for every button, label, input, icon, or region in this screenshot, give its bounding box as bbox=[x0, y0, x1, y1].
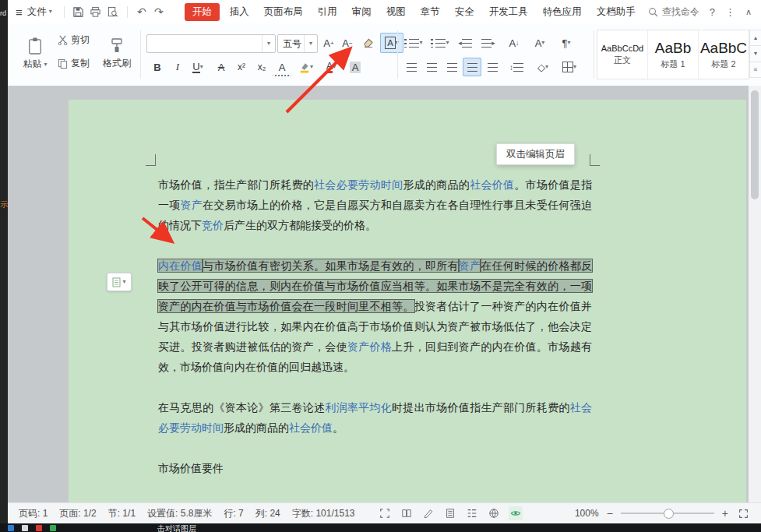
help-button[interactable]: ? bbox=[710, 6, 715, 18]
tab-home[interactable]: 开始 bbox=[185, 3, 220, 21]
justify-button[interactable] bbox=[463, 58, 481, 76]
status-word-count[interactable]: 字数: 101/1513 bbox=[292, 507, 355, 520]
subscript-button[interactable]: x₂ bbox=[252, 58, 271, 76]
phonetic-guide-button[interactable]: A bbox=[273, 59, 291, 76]
file-menu[interactable]: 文件 ▾ bbox=[27, 5, 52, 19]
vertical-scrollbar[interactable] bbox=[749, 86, 761, 502]
doc-link[interactable]: 资产 bbox=[181, 199, 203, 211]
tab-view[interactable]: 视图 bbox=[382, 3, 410, 21]
tab-section[interactable]: 章节 bbox=[416, 3, 445, 21]
redo-button[interactable]: ↷ bbox=[150, 5, 167, 18]
text-tool-button[interactable]: A ▾ bbox=[528, 33, 551, 52]
app-menu-icon[interactable]: ≡ bbox=[16, 5, 23, 19]
underline-button[interactable]: U ▾ bbox=[188, 58, 207, 76]
font-size-combo[interactable]: 五号 ▾ bbox=[277, 34, 318, 53]
doc-text-block[interactable]: 市场价值，指生产部门所耗费的社会必要劳动时间形成的商品的社会价值。市场价值是指一… bbox=[158, 174, 592, 502]
style-heading-2[interactable]: AaBbC 标题 2 bbox=[699, 30, 749, 79]
fit-page-button[interactable] bbox=[736, 506, 750, 520]
zoom-level[interactable]: 100% bbox=[575, 508, 599, 519]
tab-page-layout[interactable]: 页面布局 bbox=[259, 3, 308, 21]
zoom-out-button[interactable]: − bbox=[607, 507, 613, 520]
doc-link[interactable]: 利润率平均化 bbox=[325, 401, 392, 414]
align-left-button[interactable] bbox=[402, 58, 421, 76]
paste-options-floatie[interactable]: ▾ bbox=[107, 273, 132, 291]
line-spacing-button[interactable]: ↕ bbox=[505, 58, 528, 76]
italic-button[interactable]: I bbox=[168, 58, 187, 76]
scrollbar-thumb[interactable] bbox=[751, 90, 759, 199]
zoom-slider[interactable] bbox=[621, 513, 714, 514]
doc-link[interactable]: 社会价值 bbox=[470, 178, 514, 191]
zoom-slider-thumb[interactable] bbox=[664, 509, 674, 519]
doc-link[interactable]: 社会必要劳动时间 bbox=[314, 178, 403, 191]
menubar-right: 查找命令 ? ⋮ ∧ bbox=[648, 5, 761, 19]
doc-text: 。 bbox=[333, 421, 344, 434]
find-command-button[interactable]: 查找命令 bbox=[648, 5, 699, 19]
tab-references[interactable]: 引用 bbox=[313, 3, 342, 21]
page-view-button[interactable] bbox=[443, 506, 457, 520]
align-right-button[interactable] bbox=[442, 58, 461, 76]
shrink-font-button[interactable]: A− bbox=[338, 33, 357, 52]
tab-security[interactable]: 安全 bbox=[450, 3, 479, 21]
numbered-list-button[interactable]: ▾ bbox=[428, 33, 452, 52]
bullet-list-button[interactable]: ▾ bbox=[402, 33, 425, 52]
superscript-button[interactable]: x² bbox=[232, 58, 251, 76]
cut-button[interactable]: 剪切 bbox=[58, 33, 90, 47]
doc-link[interactable]: 竞价 bbox=[202, 219, 224, 231]
gallery-scroll-up-button[interactable]: ▴ bbox=[749, 30, 761, 46]
shading-button[interactable]: ◇ ▾ bbox=[531, 58, 555, 76]
paragraph[interactable]: 市场价值，指生产部门所耗费的社会必要劳动时间形成的商品的社会价值。市场价值是指一… bbox=[158, 174, 592, 235]
print-button[interactable] bbox=[87, 4, 104, 19]
font-color-button[interactable]: A ▾ bbox=[319, 58, 343, 76]
edit-header-tooltip[interactable]: 双击编辑页眉 bbox=[496, 143, 575, 165]
read-layout-button[interactable] bbox=[400, 506, 414, 520]
highlight-color-button[interactable]: ▾ bbox=[294, 58, 318, 76]
font-name-combo[interactable]: ▾ bbox=[146, 34, 276, 53]
doc-link[interactable]: 资产 bbox=[459, 259, 481, 272]
borders-button[interactable]: ▾ bbox=[558, 58, 581, 76]
paragraph[interactable]: 在马克思的《资本论》第三卷论述利润率平均化时提出市场价值指生产部门所耗费的社会必… bbox=[158, 397, 592, 438]
zoom-in-button[interactable]: + bbox=[722, 507, 728, 520]
eye-protection-button[interactable] bbox=[509, 506, 523, 520]
fullscreen-view-button[interactable] bbox=[378, 506, 392, 520]
more-menu-icon[interactable]: ⋮ bbox=[725, 6, 735, 18]
character-border-button[interactable]: A ▾ bbox=[380, 33, 403, 53]
paragraph[interactable]: 内在价值与市场价值有密切关系。如果市场是有效的，即所有资产在任何时候的价格都反映… bbox=[158, 255, 592, 377]
strikethrough-button[interactable]: A bbox=[212, 58, 231, 76]
distribute-button[interactable] bbox=[483, 58, 502, 76]
tab-dev-tools[interactable]: 开发工具 bbox=[484, 3, 533, 21]
tab-review[interactable]: 审阅 bbox=[347, 3, 376, 21]
style-sample: AaBbCcDd bbox=[601, 44, 643, 53]
save-button[interactable] bbox=[70, 4, 87, 19]
decrease-indent-button[interactable]: ◂ bbox=[455, 33, 475, 52]
paragraph-mark-button[interactable]: ¶ ▾ bbox=[555, 33, 578, 52]
paragraph[interactable]: 市场价值要件 bbox=[158, 458, 592, 478]
grow-font-button[interactable]: A+ bbox=[319, 33, 338, 52]
pilcrow-icon: ¶ bbox=[562, 37, 568, 49]
gallery-more-button[interactable]: ≡ bbox=[749, 62, 761, 78]
tab-special-apps[interactable]: 特色应用 bbox=[538, 3, 587, 21]
collapse-ribbon-icon[interactable]: ∧ bbox=[745, 7, 752, 17]
tab-insert[interactable]: 插入 bbox=[225, 3, 254, 21]
doc-link[interactable]: 资产价格 bbox=[347, 340, 392, 353]
ink-tool-button[interactable] bbox=[421, 506, 435, 520]
style-heading-1[interactable]: AaBb 标题 1 bbox=[648, 30, 699, 79]
style-normal[interactable]: AaBbCcDd 正文 bbox=[597, 30, 648, 79]
align-center-button[interactable] bbox=[422, 58, 441, 76]
undo-button[interactable]: ↶ bbox=[133, 5, 150, 18]
copy-button[interactable]: 复制 bbox=[58, 57, 90, 70]
paste-button[interactable]: 粘贴 ▾ bbox=[17, 30, 53, 78]
tab-doc-assistant[interactable]: 文档助手 bbox=[592, 3, 640, 21]
character-shading-button[interactable]: A bbox=[346, 58, 365, 76]
outline-view-button[interactable] bbox=[465, 506, 479, 520]
bold-button[interactable]: B bbox=[148, 58, 167, 76]
document-page[interactable]: 市场价值，指生产部门所耗费的社会必要劳动时间形成的商品的社会价值。市场价值是指一… bbox=[69, 100, 746, 502]
format-painter-button[interactable]: 格式刷 bbox=[98, 30, 136, 78]
increase-indent-button[interactable]: ▸ bbox=[478, 33, 499, 52]
doc-link[interactable]: 内在价值 bbox=[158, 259, 203, 272]
gallery-scroll-down-button[interactable]: ▾ bbox=[749, 46, 761, 62]
print-preview-button[interactable] bbox=[104, 4, 122, 19]
web-layout-button[interactable] bbox=[487, 506, 501, 520]
doc-link[interactable]: 社会价值 bbox=[289, 421, 333, 434]
clear-format-button[interactable] bbox=[358, 33, 377, 52]
sort-button[interactable]: A↓ bbox=[503, 33, 525, 52]
